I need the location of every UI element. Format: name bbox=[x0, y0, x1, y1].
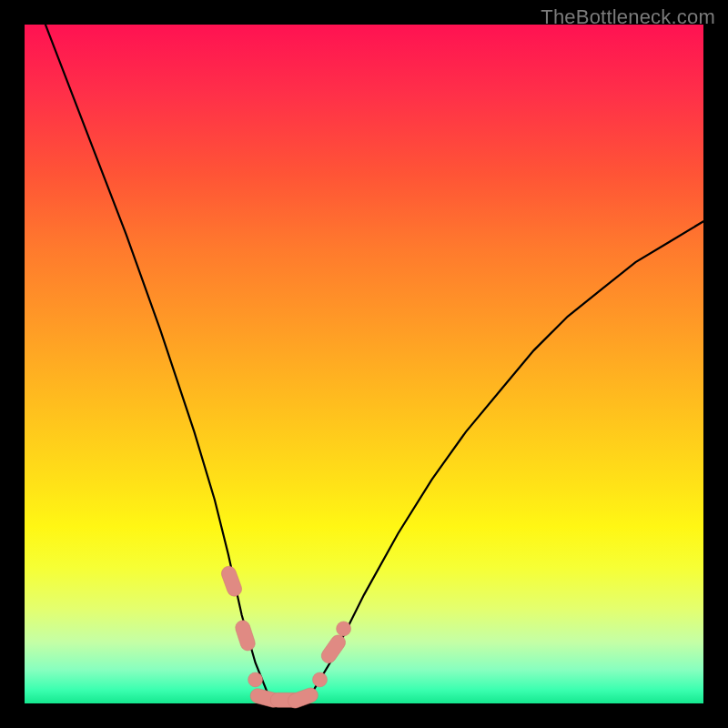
bottleneck-curve bbox=[25, 25, 703, 703]
chart-frame: TheBottleneck.com bbox=[0, 0, 728, 728]
watermark-text: TheBottleneck.com bbox=[541, 5, 715, 29]
plot-area bbox=[25, 25, 703, 703]
curve-marker bbox=[248, 672, 263, 687]
curve-marker bbox=[337, 622, 351, 636]
curve-marker bbox=[219, 564, 244, 598]
curve-marker bbox=[286, 686, 319, 711]
curve-marker bbox=[313, 672, 328, 687]
curve-marker bbox=[234, 619, 258, 652]
